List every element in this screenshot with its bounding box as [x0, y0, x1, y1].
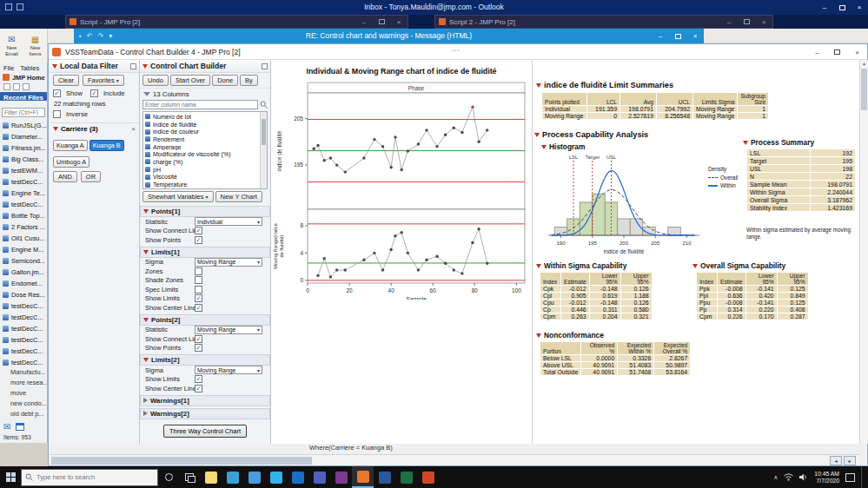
- statistic-dropdown[interactable]: Individual▾: [195, 217, 262, 226]
- red-triangle-icon[interactable]: [541, 145, 547, 149]
- undo-button[interactable]: Undo: [142, 75, 169, 86]
- folder-item[interactable]: move: [0, 389, 47, 399]
- favorites-button[interactable]: Favorites▾: [83, 75, 124, 86]
- shade-zones-checkbox[interactable]: [195, 276, 202, 284]
- recent-file-item[interactable]: Fitness.jm...: [0, 142, 47, 154]
- section-header-limits1[interactable]: Limits[1]: [140, 247, 270, 258]
- taskbar-edge[interactable]: [222, 466, 243, 488]
- column-item[interactable]: pH: [145, 166, 259, 174]
- column-item[interactable]: Température: [145, 181, 259, 188]
- process-summary-header[interactable]: Process Summary: [743, 138, 814, 147]
- close-button[interactable]: ×: [686, 29, 704, 43]
- menu-tables[interactable]: Tables: [20, 64, 39, 72]
- panel-window-icon[interactable]: [130, 63, 136, 69]
- column-item[interactable]: Numéro de lot: [145, 113, 259, 121]
- column-item[interactable]: indice de fluidité: [145, 121, 259, 129]
- imr-chart-svg[interactable]: Phase195205048020406080100Sampleindice d…: [273, 79, 530, 300]
- show-limits-checkbox[interactable]: ✓: [195, 294, 202, 302]
- minimize-button[interactable]: –: [807, 44, 827, 60]
- message-titlebar[interactable]: ▪↶↷▾ RE: Control chart and warnings - Me…: [74, 29, 704, 43]
- sigma-dropdown[interactable]: Moving Range▾: [195, 366, 262, 374]
- recent-file-item[interactable]: Bottle Top...: [0, 210, 47, 221]
- recent-file-item[interactable]: testDecC...: [0, 357, 47, 368]
- minimize-button[interactable]: –: [816, 0, 833, 15]
- column-item[interactable]: charge (%): [145, 158, 259, 166]
- recent-file-item[interactable]: RunJSL(G...: [0, 120, 47, 131]
- red-triangle-icon[interactable]: [53, 127, 58, 131]
- filter-input[interactable]: [2, 108, 45, 117]
- done-button[interactable]: Done: [212, 75, 238, 86]
- recent-file-item[interactable]: testDecC...: [0, 323, 47, 334]
- column-item[interactable]: indice de couleur: [145, 128, 259, 135]
- red-triangle-icon[interactable]: [536, 264, 541, 268]
- recent-file-item[interactable]: testDecC...: [0, 346, 47, 357]
- recent-file-item[interactable]: Endomet...: [0, 278, 47, 289]
- column-item[interactable]: Viscosité: [145, 174, 259, 181]
- maximize-button[interactable]: [738, 19, 755, 24]
- red-triangle-icon[interactable]: [143, 318, 149, 322]
- recent-file-item[interactable]: Engine M...: [0, 244, 47, 255]
- maximize-button[interactable]: [833, 0, 851, 15]
- red-triangle-icon[interactable]: [536, 83, 541, 88]
- start-over-button[interactable]: Start Over: [170, 75, 210, 86]
- red-triangle-icon[interactable]: [536, 333, 541, 338]
- taskbar-powerpoint[interactable]: [417, 466, 439, 488]
- minimize-button[interactable]: –: [355, 18, 373, 26]
- folder-item[interactable]: Manufactu...: [0, 368, 47, 379]
- section-header-warnings2[interactable]: Warnings[2]: [140, 408, 270, 419]
- mail-nav-icon[interactable]: ✉: [3, 422, 10, 432]
- close-button[interactable]: ×: [390, 18, 407, 26]
- new-items-button[interactable]: ▦ New Items: [23, 29, 47, 63]
- minimize-button[interactable]: –: [720, 18, 738, 26]
- recent-file-item[interactable]: Engine Te...: [0, 188, 47, 199]
- scroll-left-button[interactable]: ◂: [830, 456, 842, 465]
- jmp-titlebar[interactable]: VSSTeamData - Control Chart Builder 4 - …: [49, 44, 867, 60]
- recent-file-item[interactable]: testEWM...: [0, 165, 47, 176]
- recent-file-item[interactable]: testDecC...: [0, 312, 47, 323]
- panel-window-icon[interactable]: [262, 63, 268, 69]
- close-button[interactable]: ×: [851, 0, 868, 15]
- section-header-limits2[interactable]: Limits[2]: [140, 354, 270, 366]
- histogram-header[interactable]: Histogram: [541, 142, 585, 151]
- show-points-checkbox[interactable]: ✓: [195, 344, 202, 352]
- collapsed-triangle-icon[interactable]: [143, 398, 148, 403]
- filter-group-header[interactable]: Carrière (3) ×: [50, 122, 139, 135]
- taskbar-clock[interactable]: 10:45 AM 7/7/2020: [814, 471, 839, 485]
- taskbar-excel[interactable]: [395, 466, 417, 488]
- folder-item[interactable]: more resea...: [0, 379, 47, 389]
- red-triangle-icon[interactable]: [143, 209, 149, 214]
- capability-header[interactable]: Process Capability Analysis: [534, 130, 648, 139]
- red-triangle-icon[interactable]: [692, 264, 698, 268]
- taskbar-file-explorer[interactable]: [200, 466, 222, 488]
- show-desktop-button[interactable]: [861, 466, 865, 488]
- action-center-icon[interactable]: [845, 473, 855, 482]
- red-triangle-icon[interactable]: [142, 64, 148, 69]
- show-connect-line-checkbox[interactable]: ✓: [195, 227, 202, 234]
- taskbar-search[interactable]: [21, 469, 158, 486]
- overall-capability-header[interactable]: Overall Sigma Capability: [692, 261, 785, 270]
- new-email-button[interactable]: ✉ New Email: [0, 29, 23, 63]
- wifi-icon[interactable]: [784, 473, 793, 481]
- spec-limits-checkbox[interactable]: [195, 286, 202, 293]
- column-item[interactable]: Modificateur de viscosité (%): [145, 150, 259, 158]
- section-header-warnings1[interactable]: Warnings[1]: [140, 395, 270, 406]
- builder-header[interactable]: Control Chart Builder: [140, 60, 270, 73]
- show-center-line-checkbox[interactable]: ✓: [195, 385, 202, 392]
- script1-titlebar[interactable]: Script - JMP Pro [2] – ×: [65, 15, 408, 29]
- taskbar-internet-explorer[interactable]: [265, 466, 287, 488]
- recent-file-item[interactable]: testDecC...: [0, 300, 47, 312]
- local-data-filter-header[interactable]: Local Data Filter: [50, 60, 139, 73]
- taskbar-outlook[interactable]: [287, 466, 308, 488]
- filter-value-kuanga-b[interactable]: Kuanga B: [89, 140, 124, 151]
- red-triangle-icon[interactable]: [52, 64, 57, 69]
- within-capability-header[interactable]: Within Sigma Capability: [536, 261, 626, 270]
- new-y-chart-button[interactable]: New Y Chart: [215, 191, 262, 202]
- taskbar-chrome[interactable]: [243, 466, 265, 488]
- section-header-points2[interactable]: Points[2]: [140, 314, 270, 326]
- show-center-line-checkbox[interactable]: ✓: [195, 304, 202, 312]
- columns-scrollbar[interactable]: [260, 112, 267, 188]
- recent-files-header[interactable]: Recent Files: [0, 92, 47, 102]
- recent-file-item[interactable]: Galton.jm...: [0, 267, 47, 278]
- section-header-points1[interactable]: Points[1]: [140, 206, 270, 217]
- recent-file-item[interactable]: Semicond...: [0, 255, 47, 267]
